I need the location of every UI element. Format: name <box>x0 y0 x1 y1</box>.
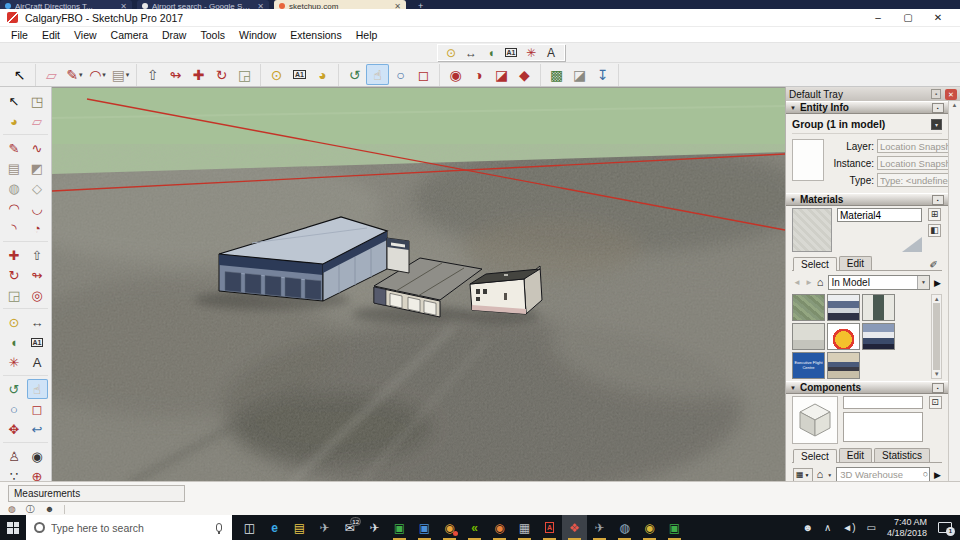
follow-me-tool[interactable]: ↬ <box>164 64 187 85</box>
materials-scrollbar[interactable]: ▲ ▼ <box>931 294 942 379</box>
create-material-icon[interactable]: ⊞ <box>928 208 941 221</box>
taskbar-search[interactable] <box>26 515 232 540</box>
maximize-button[interactable]: ▢ <box>893 9 923 27</box>
layer-field[interactable]: Location Snapshot▼ <box>877 139 948 153</box>
tape-measure-tool[interactable]: ⊙ <box>265 64 288 85</box>
material-thumb-shell-logo[interactable] <box>827 323 860 350</box>
menu-draw[interactable]: Draw <box>157 28 196 42</box>
taskbar-acrobat[interactable]: A <box>537 515 562 540</box>
taskbar-monitor-app[interactable]: ▣ <box>662 515 687 540</box>
sample-paint-icon[interactable]: ✐ <box>927 259 941 270</box>
line-dropdown-icon[interactable]: ▾ <box>79 71 83 79</box>
line-tool[interactable]: ✎ <box>4 138 25 158</box>
materials-collection-dropdown[interactable]: In Model ▼ <box>828 275 931 290</box>
material-thumb-striped-facade[interactable] <box>827 352 860 379</box>
scroll-up-icon[interactable]: ▲ <box>952 102 958 108</box>
action-center-icon[interactable]: 1 <box>938 522 952 533</box>
taskbar-mail[interactable]: ✉12 <box>337 515 362 540</box>
pan-tool[interactable]: ☝ <box>27 379 48 399</box>
back-arrow-icon[interactable]: ◄ <box>793 278 801 287</box>
zoom-previous-tool[interactable]: ↩ <box>27 419 48 439</box>
menu-window[interactable]: Window <box>234 28 285 42</box>
share-model-tool[interactable]: ◑ <box>467 64 490 85</box>
select-tool[interactable]: ↖ <box>8 64 31 85</box>
zoom-tool[interactable]: ○ <box>4 399 25 419</box>
instance-field[interactable]: Location Snapshot <box>877 156 948 170</box>
circle-tool[interactable]: ◍ <box>4 178 25 198</box>
menu-extensions[interactable]: Extensions <box>285 28 350 42</box>
in-model-components-icon[interactable]: ⌂ <box>817 469 824 480</box>
taskbar-flight-app[interactable]: ✈ <box>312 515 337 540</box>
taskbar-photos-app[interactable]: ▣ <box>412 515 437 540</box>
axes-tool[interactable]: ✳ <box>521 45 541 61</box>
rotate-tool[interactable]: ↻ <box>4 265 25 285</box>
menu-camera[interactable]: Camera <box>106 28 157 42</box>
new-tab-button[interactable]: + <box>411 0 430 9</box>
polygon-tool[interactable]: ◇ <box>27 178 48 198</box>
zoom-extents-tool[interactable]: ✥ <box>4 419 25 439</box>
offset-tool[interactable]: ◎ <box>27 285 48 305</box>
tab-close-icon[interactable]: ✕ <box>120 2 127 9</box>
push-pull-tool[interactable]: ⇧ <box>27 245 48 265</box>
tab-close-icon[interactable]: ✕ <box>394 2 401 9</box>
eraser-tool[interactable]: ▱ <box>40 64 63 85</box>
entity-details-toggle-icon[interactable]: ▾ <box>931 119 942 130</box>
components-tab-select[interactable]: Select <box>793 449 837 463</box>
push-pull-tool[interactable]: ⇧ <box>141 64 164 85</box>
component-search-input[interactable] <box>836 467 930 482</box>
type-field[interactable]: Type: <undefined>▼ <box>877 173 948 187</box>
taskbar-chrome[interactable]: ◉ <box>437 515 462 540</box>
share-component-tool[interactable]: ◪ <box>490 64 513 85</box>
taskbar-firefox[interactable]: ◉ <box>487 515 512 540</box>
taskbar-google-earth[interactable]: ◍ <box>612 515 637 540</box>
material-thumb-door-texture[interactable] <box>862 294 895 321</box>
orbit-tool[interactable]: ↺ <box>343 64 366 85</box>
taskbar-plane-app-2[interactable]: ✈ <box>587 515 612 540</box>
view-options-button[interactable]: ▦▼ <box>793 468 813 482</box>
look-around-tool[interactable]: ◉ <box>27 446 48 466</box>
arc-tool[interactable]: ◠▾ <box>86 64 109 85</box>
pie-tool[interactable]: ◔ <box>27 218 48 238</box>
dropdown-arrow-icon[interactable]: ▼ <box>917 276 929 289</box>
microphone-icon[interactable] <box>216 523 222 532</box>
dimension-tool[interactable]: ↔ <box>27 312 48 332</box>
rectangle-tool[interactable]: ▤▾ <box>109 64 132 85</box>
eraser-tool[interactable]: ▱ <box>27 111 48 131</box>
taskbar-sketchup[interactable]: ❖ <box>562 515 587 540</box>
browser-tab[interactable]: Airport search - Google Search✕ <box>137 0 269 9</box>
three-point-arc-tool[interactable]: ◝ <box>4 218 25 238</box>
taskbar-geforce[interactable]: « <box>462 515 487 540</box>
taskbar-maps-app[interactable]: ▦ <box>512 515 537 540</box>
tape-measure-tool[interactable]: ⊙ <box>441 45 461 61</box>
make-component-tool[interactable]: ◳ <box>27 91 48 111</box>
rotated-rectangle-tool[interactable]: ◩ <box>27 158 48 178</box>
toggle-terrain-tool[interactable]: ◪ <box>568 64 591 85</box>
rotate-tool[interactable]: ↻ <box>210 64 233 85</box>
arc-dropdown-icon[interactable]: ▾ <box>102 71 106 79</box>
text-tool[interactable]: A1 <box>501 45 521 61</box>
credits-info-icon[interactable]: ⓘ <box>26 505 35 514</box>
tray-scrollbar[interactable]: ▲ <box>948 101 960 529</box>
details-arrow-icon[interactable]: ▶ <box>934 278 941 288</box>
component-description-field[interactable] <box>843 412 923 442</box>
material-name-input[interactable] <box>837 208 922 222</box>
search-icon[interactable]: ○ <box>923 469 928 479</box>
rectangle-tool[interactable]: ▤ <box>4 158 25 178</box>
taskbar-plane-app[interactable]: ✈ <box>362 515 387 540</box>
hidden-icons-chevron[interactable]: ∧ <box>824 522 831 533</box>
geolocation-icon[interactable]: ◍ <box>8 505 16 514</box>
paint-bucket-tool[interactable]: ◕ <box>4 111 25 131</box>
taskbar-file-explorer[interactable]: ▤ <box>287 515 312 540</box>
pin-icon[interactable]: ▪ <box>931 89 941 99</box>
tab-close-icon[interactable]: ✕ <box>257 2 264 9</box>
move-tool[interactable]: ✚ <box>4 245 25 265</box>
taskbar-green-app[interactable]: ▣ <box>387 515 412 540</box>
zoom-tool[interactable]: ○ <box>389 64 412 85</box>
taskbar-task-view[interactable]: ◫ <box>237 515 262 540</box>
scroll-up-icon[interactable]: ▲ <box>934 296 940 302</box>
viewport-3d[interactable] <box>52 88 785 482</box>
scrollbar-thumb[interactable] <box>933 303 940 370</box>
components-tab-edit[interactable]: Edit <box>839 448 872 462</box>
dimension-tool[interactable]: ↔ <box>461 45 481 61</box>
browser-tab[interactable]: sketchup.com✕ <box>274 0 406 9</box>
